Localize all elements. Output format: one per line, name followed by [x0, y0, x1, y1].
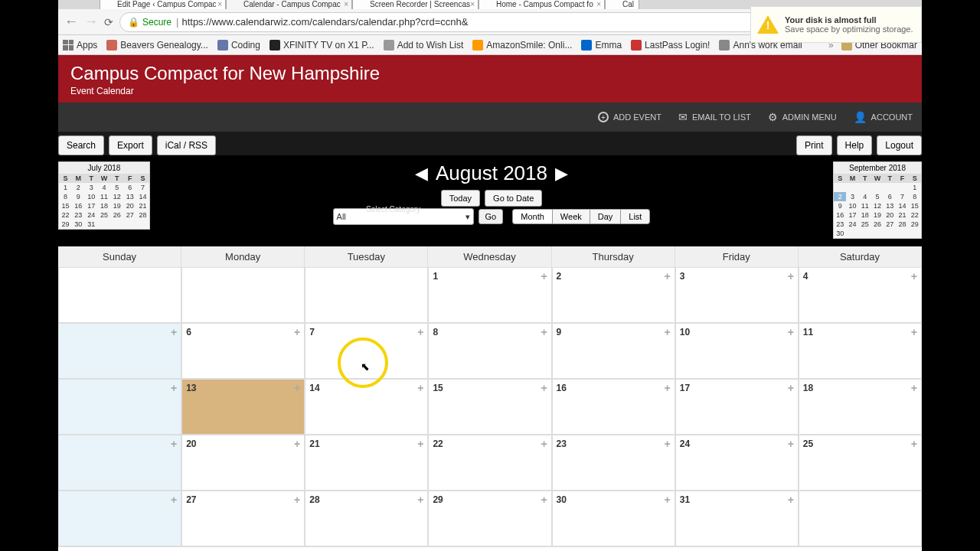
view-list-button[interactable]: List: [621, 210, 649, 223]
email-to-list-button[interactable]: ✉ EMAIL TO LIST: [678, 111, 751, 123]
day-cell[interactable]: 27+: [181, 491, 305, 546]
bookmark-item[interactable]: AmazonSmile: Onli...: [472, 40, 572, 51]
mini-day-cell[interactable]: 18: [98, 201, 111, 210]
search-button[interactable]: Search: [58, 135, 104, 155]
view-day-button[interactable]: Day: [590, 210, 622, 223]
back-icon[interactable]: ←: [64, 14, 78, 30]
day-cell[interactable]: [181, 267, 305, 323]
day-cell[interactable]: [58, 267, 181, 323]
mini-day-cell[interactable]: 30: [72, 220, 85, 229]
today-button[interactable]: Today: [441, 190, 480, 207]
add-event-icon[interactable]: +: [171, 438, 177, 450]
day-cell[interactable]: 20+: [181, 435, 305, 491]
goto-date-button[interactable]: Go to Date: [485, 190, 542, 207]
mini-day-cell[interactable]: 2: [834, 192, 846, 201]
mini-day-cell[interactable]: [896, 229, 908, 238]
add-event-icon[interactable]: +: [788, 326, 794, 338]
day-cell[interactable]: [799, 491, 922, 546]
mini-day-cell[interactable]: 17: [85, 201, 98, 210]
close-icon[interactable]: ×: [596, 0, 601, 8]
mini-day-cell[interactable]: 2: [72, 183, 85, 192]
mini-day-cell[interactable]: 19: [110, 201, 123, 210]
mini-day-cell[interactable]: 16: [834, 210, 846, 220]
add-event-icon[interactable]: +: [665, 326, 671, 338]
day-cell[interactable]: 1+: [428, 267, 551, 323]
day-cell[interactable]: 31+: [675, 491, 799, 546]
close-icon[interactable]: ×: [217, 0, 222, 8]
mini-day-cell[interactable]: 16: [72, 201, 85, 210]
mini-day-cell[interactable]: 8: [59, 192, 72, 201]
mini-day-cell[interactable]: 30: [834, 229, 846, 238]
mini-calendar-prev[interactable]: July 2018 SMTWTFS12345678910111213141516…: [58, 161, 150, 230]
mini-day-cell[interactable]: 20: [884, 210, 896, 220]
add-event-icon[interactable]: +: [788, 494, 794, 506]
day-cell[interactable]: 4+: [799, 267, 922, 323]
mini-day-cell[interactable]: [884, 183, 896, 192]
mini-day-cell[interactable]: [136, 220, 149, 229]
mini-day-cell[interactable]: 7: [136, 183, 149, 192]
add-event-icon[interactable]: +: [417, 326, 423, 338]
day-cell[interactable]: 15+: [428, 379, 551, 435]
day-cell[interactable]: 23+: [552, 435, 675, 491]
add-event-icon[interactable]: +: [665, 438, 671, 450]
account-button[interactable]: 👤 ACCOUNT: [854, 111, 913, 123]
mini-day-cell[interactable]: 4: [859, 192, 871, 201]
add-event-icon[interactable]: +: [417, 438, 423, 450]
bookmark-item[interactable]: XFINITY TV on X1 P...: [270, 40, 374, 51]
day-cell[interactable]: 30+: [552, 491, 675, 546]
mini-day-cell[interactable]: [834, 183, 846, 192]
add-event-icon[interactable]: +: [171, 494, 177, 506]
mini-day-cell[interactable]: 29: [909, 220, 921, 229]
mini-day-cell[interactable]: 15: [909, 201, 921, 210]
mini-day-cell[interactable]: 24: [85, 210, 98, 220]
day-cell[interactable]: 18+: [799, 379, 922, 435]
day-cell[interactable]: 25+: [799, 435, 922, 491]
add-event-icon[interactable]: +: [294, 494, 300, 506]
mini-day-cell[interactable]: [871, 183, 884, 192]
mini-day-cell[interactable]: 27: [123, 210, 136, 220]
mini-day-cell[interactable]: 5: [871, 192, 884, 201]
add-event-icon[interactable]: +: [665, 382, 671, 394]
logout-button[interactable]: Logout: [877, 135, 922, 155]
day-cell[interactable]: 2+: [552, 267, 675, 323]
mini-day-cell[interactable]: 3: [846, 192, 858, 201]
day-cell[interactable]: 24+: [675, 435, 799, 491]
mini-day-cell[interactable]: 27: [884, 220, 896, 229]
mini-day-cell[interactable]: 26: [110, 210, 123, 220]
mini-day-cell[interactable]: [859, 183, 871, 192]
add-event-icon[interactable]: +: [911, 326, 917, 338]
go-button[interactable]: Go: [479, 209, 504, 224]
mini-day-cell[interactable]: 11: [859, 201, 871, 210]
ical-rss-button[interactable]: iCal / RSS: [157, 135, 216, 155]
add-event-icon[interactable]: +: [541, 326, 547, 338]
add-event-icon[interactable]: +: [171, 382, 177, 394]
day-cell[interactable]: 10+: [675, 323, 799, 379]
next-month-icon[interactable]: ▶: [555, 164, 568, 184]
browser-tab[interactable]: Edit Page ‹ Campus Compac×: [100, 0, 226, 9]
add-event-icon[interactable]: +: [911, 382, 917, 394]
add-event-icon[interactable]: +: [788, 270, 794, 282]
day-cell[interactable]: 13+: [181, 379, 305, 435]
mini-day-cell[interactable]: 28: [896, 220, 908, 229]
mini-day-cell[interactable]: 28: [136, 210, 149, 220]
mini-day-cell[interactable]: [871, 229, 884, 238]
disk-full-notification[interactable]: Your disk is almost full Save space by o…: [750, 6, 922, 43]
add-event-icon[interactable]: +: [294, 438, 300, 450]
browser-tab[interactable]: Home - Campus Compact fo×: [479, 0, 605, 9]
mini-day-cell[interactable]: 9: [834, 201, 846, 210]
add-event-button[interactable]: + ADD EVENT: [598, 112, 662, 122]
mini-day-cell[interactable]: 23: [72, 210, 85, 220]
browser-tab[interactable]: Screen Recorder | Screencas×: [352, 0, 479, 9]
mini-day-cell[interactable]: 22: [909, 210, 921, 220]
view-month-button[interactable]: Month: [513, 210, 553, 223]
mini-day-cell[interactable]: [123, 220, 136, 229]
day-cell[interactable]: 29+: [428, 491, 551, 546]
add-event-icon[interactable]: +: [294, 326, 300, 338]
mini-day-cell[interactable]: 31: [85, 220, 98, 229]
day-cell[interactable]: 17+: [675, 379, 799, 435]
day-cell[interactable]: 14+: [305, 379, 428, 435]
day-cell[interactable]: [305, 267, 428, 323]
close-icon[interactable]: ×: [470, 0, 475, 8]
mini-day-cell[interactable]: 7: [896, 192, 908, 201]
forward-icon[interactable]: →: [84, 14, 98, 30]
